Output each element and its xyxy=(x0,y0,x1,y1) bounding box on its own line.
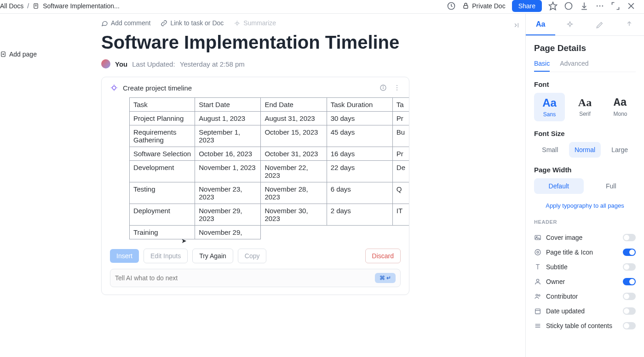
table-cell[interactable]: De xyxy=(392,161,409,182)
pagewidth-options: Default Full xyxy=(534,178,636,194)
fontsize-normal[interactable]: Normal xyxy=(569,142,601,158)
table-cell[interactable]: IT xyxy=(392,204,409,226)
table-cell[interactable]: September 1, 2023 xyxy=(195,125,261,147)
topbar: All Docs / Software Implementation... Pr… xyxy=(0,0,644,14)
download-icon[interactable] xyxy=(580,1,589,11)
table-row: DevelopmentNovember 1, 2023November 22, … xyxy=(130,161,409,182)
table-cell[interactable]: October 15, 2023 xyxy=(261,125,327,147)
apply-typography-link[interactable]: Apply typography to all pages xyxy=(534,202,636,209)
copy-button[interactable]: Copy xyxy=(238,249,267,263)
collapse-icon[interactable] xyxy=(611,1,620,11)
more-icon[interactable] xyxy=(595,1,604,11)
header-contributor-row: Contributor xyxy=(534,289,636,304)
table-cell[interactable]: 22 days xyxy=(327,161,392,182)
table-cell[interactable]: 6 days xyxy=(327,182,392,204)
history-icon[interactable] xyxy=(447,1,456,11)
avatar[interactable] xyxy=(101,59,110,68)
close-icon[interactable] xyxy=(627,1,636,11)
font-mono-option[interactable]: AaMono xyxy=(605,93,636,121)
header-subtitle-row: Subtitle xyxy=(534,260,636,274)
fontsize-small[interactable]: Small xyxy=(534,142,566,158)
author-name: You xyxy=(115,60,127,68)
image-icon xyxy=(534,234,541,241)
sticky-toggle[interactable] xyxy=(623,322,636,329)
table-header-row: Task Start Date End Date Task Duration T… xyxy=(130,98,409,112)
title-toggle[interactable] xyxy=(623,249,636,256)
table-cell[interactable]: Development xyxy=(130,161,195,182)
contributor-toggle[interactable] xyxy=(623,293,636,300)
star-icon[interactable] xyxy=(548,1,558,11)
expand-panel-icon[interactable] xyxy=(512,22,520,30)
tab-ai[interactable] xyxy=(555,14,585,35)
table-cell[interactable]: Software Selection xyxy=(130,147,195,161)
table-cell[interactable]: November 1, 2023 xyxy=(195,161,261,182)
header-title-row: Page title & Icon xyxy=(534,245,636,260)
details-subtabs: Basic Advanced xyxy=(534,60,636,72)
try-again-button[interactable]: Try Again xyxy=(192,249,233,263)
header-sticky-row: Sticky table of contents xyxy=(534,318,636,333)
tab-edit[interactable] xyxy=(585,14,615,35)
fontsize-large[interactable]: Large xyxy=(604,142,636,158)
font-serif-option[interactable]: AaSerif xyxy=(569,93,600,121)
list-icon xyxy=(534,322,541,329)
cover-toggle[interactable] xyxy=(623,234,636,241)
table-cell[interactable]: November 29, 2023 xyxy=(195,204,261,226)
share-button[interactable]: Share xyxy=(512,0,542,12)
tab-share[interactable] xyxy=(615,14,644,35)
table-cell[interactable]: August 1, 2023 xyxy=(195,112,261,125)
table-cell[interactable]: November 30, 2023 xyxy=(261,204,327,226)
summarize-action[interactable]: Summarize xyxy=(234,19,276,27)
table-cell[interactable]: 45 days xyxy=(327,125,392,147)
svg-point-10 xyxy=(602,5,604,6)
table-cell[interactable]: November 23, 2023 xyxy=(195,182,261,204)
subtab-basic[interactable]: Basic xyxy=(534,60,550,72)
pagewidth-default[interactable]: Default xyxy=(534,178,584,194)
table-cell[interactable]: August 31, 2023 xyxy=(261,112,327,125)
main-content: Add comment Link to task or Doc Summariz… xyxy=(51,14,525,357)
privacy-indicator[interactable]: Private Doc xyxy=(462,2,505,10)
link-task-action[interactable]: Link to task or Doc xyxy=(161,19,224,27)
chat-icon[interactable] xyxy=(564,1,573,11)
table-cell[interactable]: Testing xyxy=(130,182,195,204)
table-cell[interactable]: Project Planning xyxy=(130,112,195,125)
insert-button[interactable]: Insert xyxy=(110,249,139,263)
th-duration: Task Duration xyxy=(327,98,392,112)
owner-toggle[interactable] xyxy=(623,278,636,285)
table-row: Software SelectionOctober 16, 2023Octobe… xyxy=(130,147,409,161)
table-cell[interactable]: 30 days xyxy=(327,112,392,125)
font-sans-option[interactable]: AaSans xyxy=(534,93,565,121)
table-cell[interactable]: Requirements Gathering xyxy=(130,125,195,147)
svg-point-17 xyxy=(236,22,238,24)
edit-inputs-button[interactable]: Edit Inputs xyxy=(144,249,188,263)
table-cell[interactable]: 2 days xyxy=(327,204,392,226)
table-cell[interactable]: Training xyxy=(130,226,195,239)
ai-prompt-input[interactable] xyxy=(115,274,375,282)
subtab-advanced[interactable]: Advanced xyxy=(560,60,588,72)
table-cell[interactable]: Pr xyxy=(392,147,409,161)
date-toggle[interactable] xyxy=(623,307,636,315)
breadcrumb-root[interactable]: All Docs xyxy=(0,2,23,10)
details-panel: Aa Page Details Basic Advanced Font AaSa… xyxy=(525,14,644,357)
table-cell[interactable]: Q xyxy=(392,182,409,204)
table-cell[interactable]: 16 days xyxy=(327,147,392,161)
pagewidth-full[interactable]: Full xyxy=(586,178,636,194)
table-cell[interactable]: Bu xyxy=(392,125,409,147)
breadcrumb-current[interactable]: Software Implementation... xyxy=(43,2,120,10)
left-rail: Add page xyxy=(0,14,51,357)
send-shortcut-chip[interactable]: ⌘ ↵ xyxy=(375,273,396,283)
table-cell[interactable]: Deployment xyxy=(130,204,195,226)
add-comment-action[interactable]: Add comment xyxy=(101,19,150,27)
tab-typography[interactable]: Aa xyxy=(526,14,555,35)
add-page-button[interactable]: Add page xyxy=(0,51,51,58)
card-more-icon[interactable] xyxy=(393,84,401,91)
table-cell[interactable]: November 22, 2023 xyxy=(261,161,327,182)
table-cell[interactable]: October 31, 2023 xyxy=(261,147,327,161)
discard-button[interactable]: Discard xyxy=(365,249,401,263)
info-icon[interactable] xyxy=(380,84,387,91)
subtitle-toggle[interactable] xyxy=(623,263,636,271)
table-cell[interactable]: October 16, 2023 xyxy=(195,147,261,161)
table-cell[interactable]: November 28, 2023 xyxy=(261,182,327,204)
page-title[interactable]: Software Implementation Timeline xyxy=(101,32,516,53)
table-cell[interactable]: Pr xyxy=(392,112,409,125)
table-cell[interactable]: November 29, xyxy=(195,226,261,239)
